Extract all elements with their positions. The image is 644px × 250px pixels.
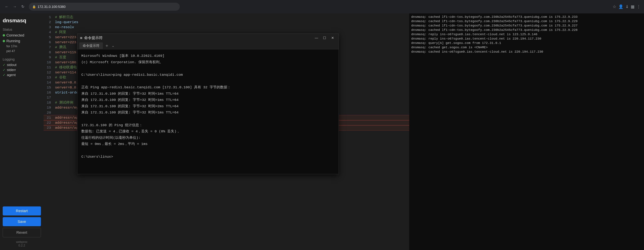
line-number: 5	[44, 35, 54, 40]
extensions-icon[interactable]: ▦	[631, 4, 634, 9]
cmd-line: (c) Microsoft Corporation. 保留所有权利。	[81, 59, 334, 65]
log-line: dnsmasq: cached lf1-cdn-tos.bytegoofy.co…	[411, 28, 642, 32]
sidebar: dnsmasq Status Connected Running for 17m…	[0, 13, 44, 250]
log-line: dnsmasq: query[A] get.sogou.com from 172…	[411, 41, 642, 45]
cmd-close-button[interactable]: ✕	[329, 35, 336, 41]
menu-icon[interactable]: ⋮	[636, 4, 641, 9]
connected-status: Connected	[3, 32, 41, 38]
connected-dot	[3, 34, 5, 36]
cmd-titlebar: ■ 命令提示符 — ☐ ✕	[77, 34, 338, 42]
line-number: 3	[44, 25, 54, 30]
cmd-line: 最短 = 0ms，最长 = 2ms，平均 = 1ms	[81, 141, 334, 147]
editor-line: 1# 解析日志	[44, 15, 409, 20]
line-number: 2	[44, 20, 54, 25]
cmd-controls: — ☐ ✕	[313, 35, 336, 41]
cmd-line	[81, 65, 334, 72]
main-area: dnsmasq Status Connected Running for 17m…	[0, 13, 644, 250]
line-number: 22	[44, 120, 54, 125]
cmd-line: 数据包: 已发送 = 4，已接收 = 4，丢失 = 0 (0% 丢失)，	[81, 128, 334, 135]
browser-right-icons: ☆ 👤 ⇓ ▦ ⋮	[613, 4, 641, 9]
cmd-line	[81, 147, 334, 154]
line-content: # 解析日志	[54, 15, 409, 20]
stdout-check: ✓	[3, 63, 6, 67]
line-number: 21	[44, 115, 54, 120]
cmd-line: 来自 172.31.0.100 的回复: 字节=32 时间=2ms TTL=64	[81, 103, 334, 110]
download-icon[interactable]: ⇓	[626, 4, 629, 9]
bookmark-icon[interactable]: ☆	[613, 4, 616, 9]
line-number: 6	[44, 40, 54, 45]
cmd-tab[interactable]: 命令提示符	[79, 42, 103, 49]
line-number: 16	[44, 90, 54, 95]
line-number: 18	[44, 100, 54, 105]
back-button[interactable]: ←	[3, 3, 10, 10]
running-status: Running	[3, 38, 41, 44]
stdout-label: stdout	[7, 63, 16, 67]
log-agent: ✓ agent	[3, 72, 41, 77]
restart-button[interactable]: Restart	[3, 207, 41, 216]
running-dot	[3, 40, 5, 42]
cmd-minimize-button[interactable]: —	[313, 35, 320, 41]
log-line: dnsmasq: cached lf1-cdn-tos.bytegoofy.co…	[411, 15, 642, 19]
cmd-window[interactable]: ■ 命令提示符 — ☐ ✕ 命令提示符 + ⌄ Microsoft Window…	[77, 33, 339, 174]
line-number: 13	[44, 75, 54, 80]
cmd-content: Microsoft Windows [版本 10.0.22621.4169](c…	[77, 49, 338, 174]
cmd-maximize-button[interactable]: ☐	[321, 35, 328, 41]
url-input[interactable]	[38, 5, 176, 9]
browser-chrome: ← → ↻ 🔒 ☆ 👤 ⇓ ▦ ⋮	[0, 0, 644, 13]
line-number: 15	[44, 85, 54, 90]
logging-label: Logging	[3, 57, 41, 61]
line-number: 14	[44, 80, 54, 85]
line-number: 9	[44, 55, 54, 60]
line-number: 19	[44, 105, 54, 110]
profile-icon[interactable]: 👤	[618, 4, 623, 9]
cmd-line: 往返行程的估计时间(以毫秒为单位):	[81, 135, 334, 141]
cmd-line	[81, 78, 334, 84]
forward-button[interactable]: →	[12, 3, 18, 10]
log-stdout: ✓ stdout	[3, 62, 41, 67]
cmd-line: 来自 172.31.0.100 的回复: 字节=32 时间<1ms TTL=64	[81, 91, 334, 97]
nav-buttons: ← → ↻	[3, 3, 26, 10]
line-number: 23	[44, 125, 54, 130]
revert-button[interactable]: Revert	[3, 228, 41, 237]
stderr-check: ✓	[3, 68, 6, 72]
log-line: dnsmasq: cached lf1-cdn-tos.bytegoofy.co…	[411, 23, 642, 28]
line-number: 12	[44, 70, 54, 75]
line-number: 20	[44, 110, 54, 115]
log-line: dnsmasq: cached lf1-cdn-tos.bytegoofy.co…	[411, 19, 642, 23]
cmd-add-tab-button[interactable]: +	[104, 43, 110, 48]
cmd-line: 172.31.0.100 的 Ping 统计信息：	[81, 122, 334, 129]
webproc-label: webproc	[3, 240, 41, 244]
line-content: log-queries	[54, 20, 409, 25]
running-pid: pid 47	[6, 49, 41, 54]
running-sub: for 17m pid 47	[3, 44, 41, 53]
save-button[interactable]: Save	[3, 217, 41, 226]
cmd-line: 正在 Ping app-redis1.basic.tanqidi.com [17…	[81, 84, 334, 91]
editor-line: 3no-resolv	[44, 25, 409, 30]
lock-icon: 🔒	[32, 5, 36, 8]
running-label: Running	[6, 39, 20, 43]
stderr-label: stderr	[7, 68, 16, 72]
line-number: 1	[44, 15, 54, 20]
cmd-line: C:\Users\linux>ping app-redis1.basic.tan…	[81, 72, 334, 78]
line-number: 8	[44, 50, 54, 55]
line-number: 10	[44, 60, 54, 65]
running-time: for 17m	[6, 44, 41, 49]
cmd-line: C:\Users\linux>	[81, 154, 334, 160]
cmd-line: 来自 172.31.0.100 的回复: 字节=32 时间=1ms TTL=64	[81, 109, 334, 116]
cmd-icon: ■	[80, 35, 82, 40]
reload-button[interactable]: ↻	[20, 3, 26, 10]
version-label: 0.2.2	[3, 244, 41, 247]
address-bar[interactable]: 🔒	[29, 3, 180, 11]
cmd-line	[81, 116, 334, 122]
cmd-line: 来自 172.31.0.100 的回复: 字节=32 时间=1ms TTL=64	[81, 97, 334, 103]
log-stderr: ✓ stderr	[3, 67, 41, 72]
content-wrapper: 1# 解析日志2log-queries3no-resolv4# 阿里5serve…	[44, 13, 644, 250]
webproc-info: webproc 0.2.2	[3, 240, 41, 247]
cmd-tab-chevron-icon[interactable]: ⌄	[112, 43, 114, 48]
status-section: Status Connected Running for 17m pid 47	[3, 28, 41, 53]
line-number: 7	[44, 45, 54, 50]
cmd-title-text: 命令提示符	[84, 35, 312, 40]
line-number: 11	[44, 65, 54, 70]
cmd-line: Microsoft Windows [版本 10.0.22621.4169]	[81, 53, 334, 59]
log-line: dnsmasq: cached get.sogou.com is <CNAME>	[411, 45, 642, 50]
